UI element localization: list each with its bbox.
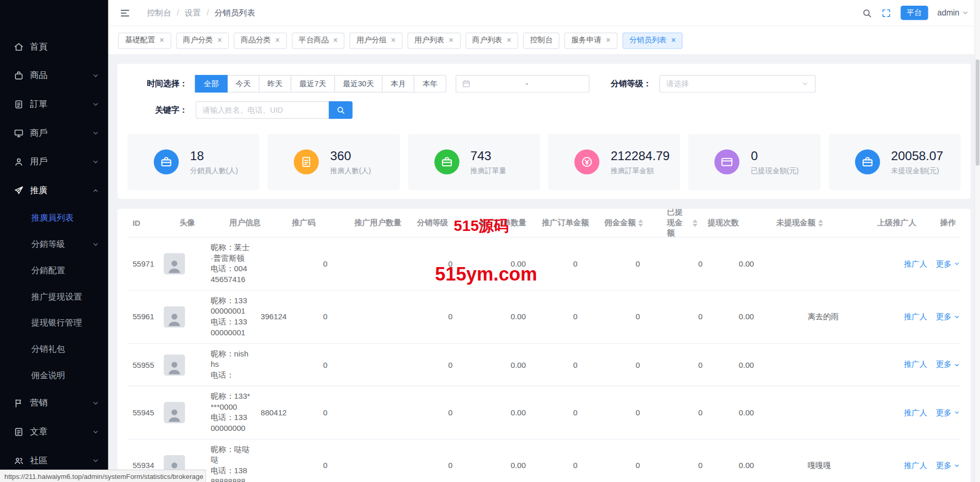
sidebar-item[interactable]: 文章 bbox=[0, 417, 108, 446]
close-icon[interactable]: × bbox=[671, 36, 676, 44]
sidebar-item-label: 提现银行管理 bbox=[31, 318, 82, 329]
sidebar-item[interactable]: 提现银行管理 bbox=[0, 310, 108, 336]
stat-card: 18 分銷員人數(人) bbox=[128, 134, 260, 190]
sidebar-item[interactable]: 訂單 bbox=[0, 90, 108, 119]
promoter-link[interactable]: 推广人 bbox=[904, 258, 927, 269]
keyword-input[interactable] bbox=[196, 101, 329, 119]
column-header-label: 提现次数 bbox=[707, 217, 739, 228]
column-header: 推广码 bbox=[287, 217, 350, 228]
sidebar-item[interactable]: 分銷配置 bbox=[0, 258, 108, 284]
filedoc-icon bbox=[294, 149, 319, 174]
close-icon[interactable]: × bbox=[507, 36, 511, 44]
time-filter-button[interactable]: 本年 bbox=[414, 75, 446, 92]
chevron-down-icon bbox=[954, 261, 960, 267]
more-link[interactable]: 更多 bbox=[936, 360, 960, 370]
close-icon[interactable]: × bbox=[217, 36, 222, 44]
column-header-label: 分销等级 bbox=[417, 217, 448, 228]
column-header: 用户信息 bbox=[225, 217, 287, 228]
column-header: 操作 bbox=[935, 217, 961, 228]
level-select[interactable]: 请选择 bbox=[659, 75, 816, 92]
breadcrumb-item[interactable]: 设置 bbox=[171, 7, 201, 19]
stat-value: 212284.79 bbox=[611, 148, 670, 163]
time-filter-button[interactable]: 最近30天 bbox=[334, 75, 383, 92]
tab[interactable]: 控制台 × bbox=[523, 32, 559, 48]
search-icon[interactable] bbox=[862, 8, 872, 18]
sidebar-item[interactable]: 佣金说明 bbox=[0, 363, 108, 389]
time-filter-button[interactable]: 昨天 bbox=[259, 75, 291, 92]
chevron-icon bbox=[92, 346, 100, 353]
avatar bbox=[164, 306, 185, 328]
tab[interactable]: 用户分组 × bbox=[350, 32, 402, 48]
platform-badge[interactable]: 平台 bbox=[900, 6, 928, 20]
time-filter-button[interactable]: 今天 bbox=[227, 75, 259, 92]
brief-icon bbox=[154, 149, 179, 174]
breadcrumb-item[interactable]: 控制台 bbox=[147, 7, 171, 19]
sort-icon[interactable] bbox=[692, 219, 698, 227]
sidebar-item-label: 分銷配置 bbox=[31, 265, 65, 276]
more-link[interactable]: 更多 bbox=[936, 258, 960, 269]
brief-icon bbox=[434, 149, 459, 174]
close-icon[interactable]: × bbox=[160, 36, 164, 44]
promoter-link[interactable]: 推广人 bbox=[904, 312, 927, 322]
person-icon bbox=[166, 358, 183, 376]
sidebar-item[interactable]: 推廣員列表 bbox=[0, 205, 108, 231]
sidebar-item[interactable]: 推广提现设置 bbox=[0, 284, 108, 310]
chevdown-icon bbox=[92, 241, 100, 248]
promoter-link[interactable]: 推广人 bbox=[904, 407, 927, 418]
fullscreen-icon[interactable] bbox=[881, 8, 891, 18]
sidebar-item-label: 商品 bbox=[30, 70, 48, 82]
breadcrumb-item[interactable]: 分销员列表 bbox=[201, 7, 255, 19]
sidebar-item[interactable]: 分銷等級 bbox=[0, 231, 108, 258]
user-menu[interactable]: admin bbox=[937, 8, 969, 18]
chevron-icon bbox=[92, 214, 100, 222]
sidebar-item[interactable]: 首頁 bbox=[0, 33, 108, 61]
tab[interactable]: 用户列表 × bbox=[407, 32, 460, 48]
more-link[interactable]: 更多 bbox=[936, 460, 960, 471]
close-icon[interactable]: × bbox=[449, 36, 453, 44]
chevron-icon bbox=[92, 267, 100, 275]
tab[interactable]: 服务申请 × bbox=[564, 32, 617, 48]
tab[interactable]: 商户列表 × bbox=[465, 32, 518, 48]
keyword-search-button[interactable] bbox=[329, 101, 353, 119]
chevdown-icon bbox=[92, 129, 100, 137]
tab[interactable]: 基礎配置 × bbox=[118, 32, 171, 48]
scrollbar-thumb[interactable] bbox=[976, 59, 979, 166]
sort-icon[interactable] bbox=[818, 219, 823, 227]
sidebar-item[interactable]: 用戶 bbox=[0, 148, 108, 177]
more-link[interactable]: 更多 bbox=[936, 312, 960, 322]
sidebar-item[interactable]: 商戶 bbox=[0, 119, 108, 148]
sidebar-item[interactable]: 分销礼包 bbox=[0, 336, 108, 363]
table-body: 55971 昵称：莱士·普雷斯顿 电话：00445657416 0 0 0.00 bbox=[128, 238, 961, 482]
promoter-link[interactable]: 推广人 bbox=[904, 460, 927, 471]
more-link[interactable]: 更多 bbox=[936, 407, 960, 418]
close-icon[interactable]: × bbox=[275, 36, 280, 44]
close-icon[interactable]: × bbox=[606, 36, 610, 44]
sidebar-item[interactable]: 商品 bbox=[0, 61, 108, 90]
cell-referrer: 嘎嘎嘎 bbox=[802, 460, 890, 471]
menu-collapse-icon[interactable] bbox=[119, 7, 131, 19]
date-range-picker[interactable]: - bbox=[456, 75, 590, 92]
time-filter-button[interactable]: 全部 bbox=[195, 75, 228, 92]
cell-promoted-users: 0 bbox=[318, 408, 381, 417]
keyword-search bbox=[196, 101, 353, 119]
sidebar-item[interactable]: 营销 bbox=[0, 389, 108, 418]
tab[interactable]: 商户分类 × bbox=[176, 32, 229, 48]
scrollbar[interactable] bbox=[974, 0, 980, 482]
tab[interactable]: 平台商品 × bbox=[292, 32, 344, 48]
avatar bbox=[164, 354, 185, 376]
cell-actions: 推广人 更多 bbox=[890, 407, 971, 418]
more-link-label: 更多 bbox=[936, 258, 952, 269]
column-header-label: 用户信息 bbox=[229, 217, 261, 228]
sidebar-item[interactable]: 推廣 bbox=[0, 176, 108, 205]
column-header: 推广订单金额 bbox=[537, 217, 599, 228]
sort-icon[interactable] bbox=[638, 219, 643, 227]
time-filter-button[interactable]: 最近7天 bbox=[291, 75, 335, 92]
tab[interactable]: 商品分类 × bbox=[234, 32, 287, 48]
time-filter-button[interactable]: 本月 bbox=[382, 75, 415, 92]
tab[interactable]: 分销员列表 × bbox=[622, 32, 683, 48]
close-icon[interactable]: × bbox=[391, 36, 396, 44]
close-icon[interactable]: × bbox=[333, 36, 338, 44]
column-header-label: 已提现金额 bbox=[667, 209, 690, 239]
promoter-link[interactable]: 推广人 bbox=[904, 360, 927, 370]
cell-actions: 推广人 更多 bbox=[890, 360, 971, 370]
